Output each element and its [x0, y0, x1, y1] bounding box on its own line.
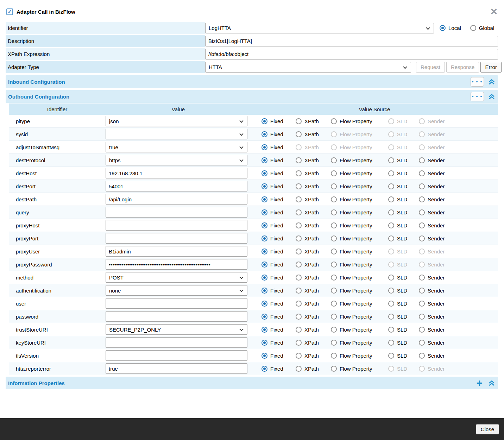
password-source-sld[interactable]: SLD [388, 314, 419, 320]
password-source-fixed[interactable]: Fixed [262, 314, 296, 320]
radio-xpath[interactable] [296, 118, 302, 124]
proxyport-input[interactable] [106, 233, 247, 244]
radio-flow-property[interactable] [331, 170, 337, 176]
user-source-xpath[interactable]: XPath [296, 301, 331, 307]
proxyhost-input[interactable] [106, 220, 247, 231]
identifier-select[interactable]: LogHTTA [205, 23, 434, 33]
radio-sld[interactable] [388, 340, 394, 346]
radio-xpath[interactable] [296, 249, 302, 254]
radio-fixed[interactable] [262, 144, 267, 150]
radio-flow-property[interactable] [331, 235, 337, 241]
radio-flow-property[interactable] [331, 118, 337, 124]
tlsversion-source-flow-property[interactable]: Flow Property [331, 353, 388, 359]
pltype-select[interactable]: json [106, 116, 247, 126]
radio-sld[interactable] [388, 209, 394, 215]
truststoreuri-source-sld[interactable]: SLD [388, 327, 419, 333]
query-source-fixed[interactable]: Fixed [262, 209, 296, 215]
radio-sender[interactable] [419, 170, 425, 176]
sysid-source-xpath[interactable]: XPath [296, 131, 331, 137]
scope-option-local[interactable]: Local [440, 25, 461, 31]
radio-flow-property[interactable] [331, 249, 337, 254]
radio-sender[interactable] [419, 301, 425, 307]
destpath-source-flow-property[interactable]: Flow Property [331, 196, 388, 202]
authentification-source-sender[interactable]: Sender [419, 288, 454, 294]
user-input[interactable] [106, 298, 247, 309]
add-property-icon[interactable]: + [475, 378, 484, 388]
destpath-input[interactable] [106, 194, 247, 205]
radio-sld[interactable] [388, 170, 394, 176]
destprotocol-select[interactable]: https [106, 155, 247, 165]
radio-fixed[interactable] [262, 170, 267, 176]
close-icon[interactable]: ✕ [490, 7, 498, 16]
radio-sender[interactable] [419, 327, 425, 333]
proxyuser-source-xpath[interactable]: XPath [296, 249, 331, 254]
radio-sender[interactable] [419, 196, 425, 202]
htta-reporterror-input[interactable] [106, 363, 247, 374]
radio-sld[interactable] [388, 327, 394, 333]
adjusttosmartmsg-select[interactable]: true [106, 142, 247, 152]
radio-sld[interactable] [388, 353, 394, 359]
desthost-source-sld[interactable]: SLD [388, 170, 419, 176]
destprotocol-source-sender[interactable]: Sender [419, 157, 454, 163]
radio-fixed[interactable] [262, 196, 267, 202]
destport-source-sld[interactable]: SLD [388, 183, 419, 189]
radio-xpath[interactable] [296, 327, 302, 333]
destprotocol-source-flow-property[interactable]: Flow Property [331, 157, 388, 163]
radio-fixed[interactable] [262, 327, 267, 333]
tlsversion-input[interactable] [106, 350, 247, 361]
method-source-sld[interactable]: SLD [388, 275, 419, 281]
user-source-fixed[interactable]: Fixed [262, 301, 296, 307]
destprotocol-source-fixed[interactable]: Fixed [262, 157, 296, 163]
user-source-sender[interactable]: Sender [419, 301, 454, 307]
proxyport-source-sld[interactable]: SLD [388, 235, 419, 241]
radio-xpath[interactable] [296, 353, 302, 359]
radio-flow-property[interactable] [331, 275, 337, 281]
radio-fixed[interactable] [262, 353, 267, 359]
proxyhost-source-flow-property[interactable]: Flow Property [331, 222, 388, 228]
radio-flow-property[interactable] [331, 353, 337, 359]
radio-xpath[interactable] [296, 222, 302, 228]
radio-xpath[interactable] [296, 275, 302, 281]
query-source-flow-property[interactable]: Flow Property [331, 209, 388, 215]
tlsversion-source-sender[interactable]: Sender [419, 353, 454, 359]
destport-source-xpath[interactable]: XPath [296, 183, 331, 189]
destprotocol-source-sld[interactable]: SLD [388, 157, 419, 163]
xpath-input[interactable] [205, 49, 498, 59]
proxyport-source-flow-property[interactable]: Flow Property [331, 235, 388, 241]
keystoreuri-source-flow-property[interactable]: Flow Property [331, 340, 388, 346]
radio-fixed[interactable] [262, 157, 267, 163]
radio-flow-property[interactable] [331, 196, 337, 202]
radio-flow-property[interactable] [331, 340, 337, 346]
radio-sender[interactable] [419, 353, 425, 359]
radio-sld[interactable] [388, 275, 394, 281]
radio-xpath[interactable] [296, 235, 302, 241]
radio-flow-property[interactable] [331, 366, 337, 372]
truststoreuri-source-fixed[interactable]: Fixed [262, 327, 296, 333]
radio-xpath[interactable] [296, 196, 302, 202]
radio-fixed[interactable] [262, 288, 267, 294]
authentification-select[interactable]: none [106, 285, 247, 296]
outbound-options-button[interactable]: ● ● ● [471, 92, 484, 101]
keystoreuri-source-xpath[interactable]: XPath [296, 340, 331, 346]
radio-fixed[interactable] [262, 249, 267, 254]
radio-sender[interactable] [419, 222, 425, 228]
radio-sld[interactable] [388, 301, 394, 307]
tlsversion-source-sld[interactable]: SLD [388, 353, 419, 359]
radio-xpath[interactable] [296, 262, 302, 268]
radio-sender[interactable] [419, 275, 425, 281]
radio-xpath[interactable] [296, 301, 302, 307]
radio-fixed[interactable] [262, 366, 267, 372]
radio-global[interactable] [470, 25, 476, 31]
adjusttosmartmsg-source-fixed[interactable]: Fixed [262, 144, 296, 150]
radio-flow-property[interactable] [331, 183, 337, 189]
method-source-flow-property[interactable]: Flow Property [331, 275, 388, 281]
authentification-source-flow-property[interactable]: Flow Property [331, 288, 388, 294]
destport-source-fixed[interactable]: Fixed [262, 183, 296, 189]
destprotocol-source-xpath[interactable]: XPath [296, 157, 331, 163]
user-source-flow-property[interactable]: Flow Property [331, 301, 388, 307]
radio-xpath[interactable] [296, 157, 302, 163]
desthost-source-xpath[interactable]: XPath [296, 170, 331, 176]
keystoreuri-source-fixed[interactable]: Fixed [262, 340, 296, 346]
sysid-source-fixed[interactable]: Fixed [262, 131, 296, 137]
radio-flow-property[interactable] [331, 288, 337, 294]
